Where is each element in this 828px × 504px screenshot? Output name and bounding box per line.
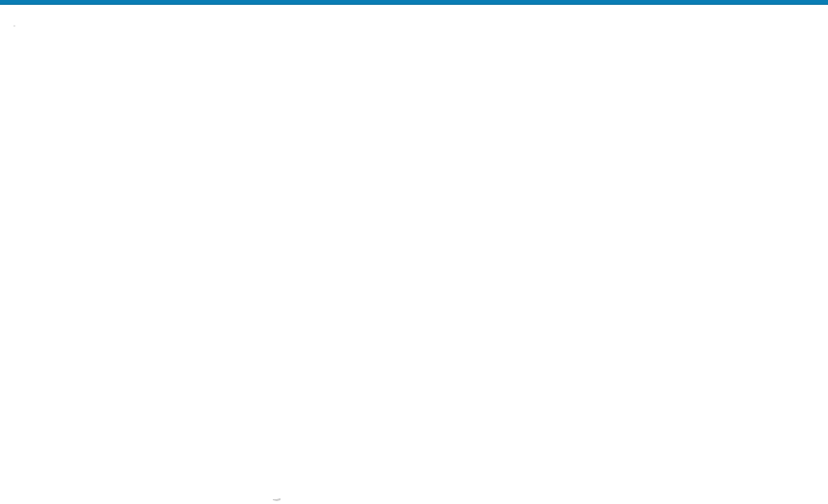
decorative-mark	[273, 498, 280, 502]
decorative-dot	[13, 25, 15, 27]
header-bar	[0, 0, 828, 5]
